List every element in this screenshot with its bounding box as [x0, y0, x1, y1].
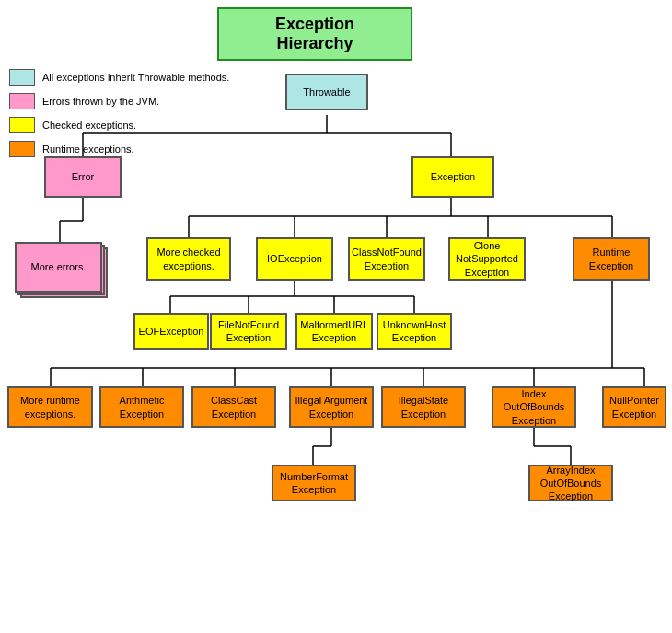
node-numberformat: NumberFormat Exception	[272, 465, 356, 501]
legend-label-orange: Runtime exceptions.	[42, 144, 134, 155]
node-eofexception: EOFException	[133, 313, 209, 350]
node-ioexception: IOException	[256, 237, 333, 281]
node-unknownhost: UnknownHost Exception	[377, 313, 452, 350]
title: Exception Hierarchy	[217, 7, 412, 61]
legend-label-cyan: All exceptions inherit Throwable methods…	[42, 72, 229, 83]
legend-item-orange: Runtime exceptions.	[9, 141, 229, 157]
node-more-runtime: More runtime exceptions.	[7, 386, 93, 428]
legend-label-yellow: Checked exceptions.	[42, 120, 136, 131]
legend-color-cyan	[9, 69, 35, 86]
legend-item-pink: Errors thrown by the JVM.	[9, 93, 229, 109]
node-more-checked: More checked exceptions.	[146, 237, 231, 281]
node-indexoutofbounds: Index OutOfBounds Exception	[492, 386, 576, 428]
legend-color-pink	[9, 93, 35, 109]
node-classcast: ClassCast Exception	[191, 386, 276, 428]
node-clone-notsupported: Clone NotSupported Exception	[448, 237, 526, 281]
legend: All exceptions inherit Throwable methods…	[9, 69, 229, 165]
node-arrayindex: ArrayIndex OutOfBounds Exception	[528, 465, 613, 501]
node-nullpointer: NullPointer Exception	[602, 386, 666, 428]
node-illegalarg: Illegal Argument Exception	[289, 386, 374, 428]
node-throwable: Throwable	[285, 74, 368, 110]
legend-label-pink: Errors thrown by the JVM.	[42, 96, 159, 107]
node-more-errors-wrapper: More errors.	[15, 242, 102, 293]
node-exception: Exception	[411, 156, 494, 198]
node-filenotfound: FileNotFound Exception	[210, 313, 287, 350]
node-runtime: Runtime Exception	[573, 237, 650, 281]
legend-color-yellow	[9, 117, 35, 133]
legend-item-yellow: Checked exceptions.	[9, 117, 229, 133]
node-error: Error	[44, 156, 122, 198]
node-illegalstate: IllegalState Exception	[381, 386, 466, 428]
node-more-errors: More errors.	[15, 242, 102, 293]
legend-color-orange	[9, 141, 35, 157]
node-malformedurl: MalformedURL Exception	[295, 313, 373, 350]
legend-item-cyan: All exceptions inherit Throwable methods…	[9, 69, 229, 86]
node-classnotfound: ClassNotFound Exception	[348, 237, 425, 281]
page-container: Exception Hierarchy All exceptions inher…	[0, 0, 672, 633]
node-arithmetic: Arithmetic Exception	[99, 386, 184, 428]
